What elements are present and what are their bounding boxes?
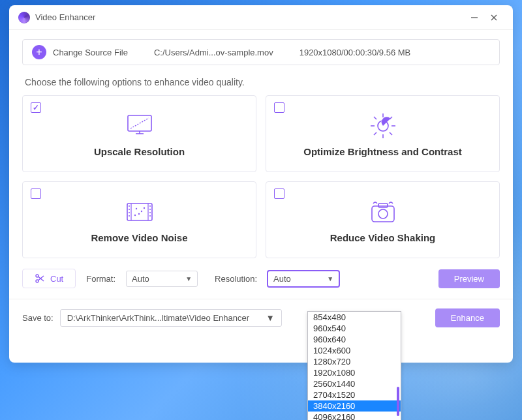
card-title: Remove Video Noise xyxy=(91,232,187,243)
camera-shake-icon xyxy=(367,197,399,227)
scrollbar-thumb[interactable] xyxy=(397,387,399,416)
svg-line-37 xyxy=(38,277,44,281)
card-remove-noise[interactable]: Remove Video Noise xyxy=(22,181,256,258)
svg-point-25 xyxy=(149,212,151,213)
svg-point-21 xyxy=(129,212,130,213)
card-reduce-shaking[interactable]: Reduce Video Shaking xyxy=(266,181,500,258)
format-label: Format: xyxy=(86,274,115,284)
resolution-option[interactable]: 960x640 xyxy=(308,334,401,345)
format-select[interactable]: Auto ▼ xyxy=(126,271,198,287)
monitor-upscale-icon xyxy=(124,111,155,141)
titlebar: Video Enhancer xyxy=(9,5,513,30)
svg-point-34 xyxy=(378,209,388,218)
resolution-value: Auto xyxy=(273,274,291,284)
resolution-option[interactable]: 1920x1080 xyxy=(308,367,401,378)
minimize-button[interactable] xyxy=(465,8,484,27)
instruction-text: Choose the following options to enhance … xyxy=(25,77,497,87)
resolution-select[interactable]: Auto ▼ xyxy=(268,271,339,287)
change-source-label: Change Source File xyxy=(53,48,128,57)
chevron-down-icon: ▼ xyxy=(327,275,333,282)
preview-button[interactable]: Preview xyxy=(438,269,500,288)
close-button[interactable] xyxy=(484,8,504,27)
svg-line-4 xyxy=(130,118,149,128)
card-title: Optimize Brightness and Contrast xyxy=(303,146,462,157)
svg-line-15 xyxy=(374,132,376,135)
resolution-option[interactable]: 4096x2160 xyxy=(308,412,401,420)
svg-line-38 xyxy=(38,276,44,280)
resolution-option[interactable]: 1024x600 xyxy=(308,345,401,356)
resolution-label: Resolution: xyxy=(215,274,257,284)
svg-rect-33 xyxy=(378,203,388,207)
card-title: Upscale Resolution xyxy=(94,146,185,157)
preview-label: Preview xyxy=(454,274,484,284)
checkbox-noise[interactable] xyxy=(31,188,41,199)
change-source-button[interactable]: + Change Source File xyxy=(32,45,128,59)
cut-button[interactable]: Cut xyxy=(22,269,76,288)
video-enhancer-window: Video Enhancer + Change Source File C:/U… xyxy=(9,5,513,363)
svg-point-23 xyxy=(149,205,151,207)
save-path: D:\ArkThinker\ArkThink...ltimate\Video E… xyxy=(67,313,249,323)
scissors-icon xyxy=(35,273,45,284)
resolution-option[interactable]: 2704x1520 xyxy=(308,389,401,400)
save-path-select[interactable]: D:\ArkThinker\ArkThink...ltimate\Video E… xyxy=(60,309,282,327)
source-info: 1920x1080/00:00:30/9.56 MB xyxy=(299,48,411,57)
enhance-button[interactable]: Enhance xyxy=(435,308,500,327)
card-upscale-resolution[interactable]: Upscale Resolution xyxy=(22,95,256,172)
svg-line-14 xyxy=(390,117,392,119)
svg-point-22 xyxy=(129,215,130,217)
brightness-icon xyxy=(368,111,398,141)
chevron-down-icon: ▼ xyxy=(185,275,192,282)
resolution-option[interactable]: 1280x720 xyxy=(308,356,401,367)
svg-point-29 xyxy=(138,213,139,214)
checkbox-brightness[interactable] xyxy=(274,102,284,113)
resolution-option[interactable]: 960x540 xyxy=(308,323,401,334)
save-to-label: Save to: xyxy=(22,313,54,323)
format-value: Auto xyxy=(132,274,149,284)
svg-line-13 xyxy=(390,132,392,135)
plus-icon: + xyxy=(32,45,46,59)
svg-line-12 xyxy=(374,117,376,119)
svg-point-24 xyxy=(149,209,151,210)
resolution-option[interactable]: 854x480 xyxy=(308,312,401,323)
source-path: C:/Users/Admi...ov-sample.mov xyxy=(154,48,273,57)
divider xyxy=(9,299,513,299)
checkbox-upscale[interactable] xyxy=(31,102,41,113)
checkbox-shaking[interactable] xyxy=(274,188,284,199)
svg-point-27 xyxy=(135,207,136,209)
chevron-down-icon: ▼ xyxy=(266,313,275,323)
svg-point-20 xyxy=(129,209,130,210)
svg-point-31 xyxy=(134,214,135,215)
enhance-label: Enhance xyxy=(451,313,484,323)
source-file-bar: + Change Source File C:/Users/Admi...ov-… xyxy=(22,39,500,65)
resolution-dropdown[interactable]: 854x480960x540960x6401024x6001280x720192… xyxy=(307,311,401,420)
cut-label: Cut xyxy=(50,274,63,284)
film-noise-icon xyxy=(123,197,156,227)
resolution-option[interactable]: 2560x1440 xyxy=(308,378,401,389)
svg-rect-32 xyxy=(372,206,394,222)
svg-point-26 xyxy=(149,215,151,217)
controls-row: Cut Format: Auto ▼ Resolution: Auto ▼ Pr… xyxy=(22,269,500,288)
save-row: Save to: D:\ArkThinker\ArkThink...ltimat… xyxy=(22,308,500,327)
palette-icon xyxy=(18,12,30,23)
window-title: Video Enhancer xyxy=(35,12,465,22)
card-optimize-brightness[interactable]: Optimize Brightness and Contrast xyxy=(266,95,500,172)
svg-point-30 xyxy=(143,207,144,208)
svg-point-28 xyxy=(140,210,142,211)
enhancement-options: Upscale Resolution xyxy=(22,95,500,258)
resolution-option[interactable]: 3840x2160 xyxy=(308,400,401,412)
svg-point-19 xyxy=(129,205,130,207)
card-title: Reduce Video Shaking xyxy=(330,232,435,243)
